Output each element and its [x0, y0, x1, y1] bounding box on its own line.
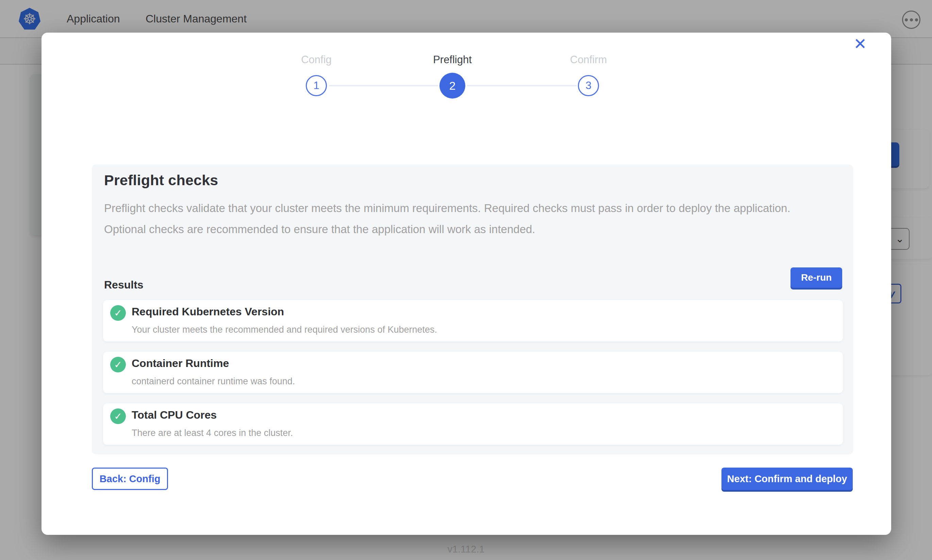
- panel-description: Preflight checks validate that your clus…: [104, 198, 822, 240]
- check-title: Required Kubernetes Version: [132, 306, 284, 318]
- check-pass-icon: ✓: [110, 357, 126, 372]
- check-row-kubernetes-version: ✓ Required Kubernetes Version Your clust…: [103, 300, 843, 342]
- preflight-modal: ✕ Config Preflight Confirm 1 2 3 Preflig…: [42, 32, 891, 535]
- back-button-label: Back: Config: [100, 473, 160, 485]
- step-circle-2[interactable]: 2: [440, 73, 465, 98]
- check-row-container-runtime: ✓ Container Runtime containerd container…: [103, 352, 843, 393]
- preflight-panel: Preflight checks Preflight checks valida…: [92, 165, 853, 454]
- panel-title: Preflight checks: [104, 172, 218, 189]
- step-circle-3[interactable]: 3: [578, 75, 599, 96]
- stepper-connector: [467, 85, 577, 86]
- back-config-button[interactable]: Back: Config: [92, 468, 168, 490]
- screen: ☸ Application Cluster Management 0 ⌄ y v…: [0, 0, 932, 560]
- next-button-label: Next: Confirm and deploy: [727, 473, 847, 485]
- check-pass-icon: ✓: [110, 408, 126, 424]
- check-pass-icon: ✓: [110, 305, 126, 321]
- results-heading: Results: [104, 278, 144, 291]
- check-message: There are at least 4 cores in the cluste…: [132, 428, 293, 438]
- close-icon[interactable]: ✕: [853, 36, 867, 52]
- next-confirm-deploy-button[interactable]: Next: Confirm and deploy: [721, 468, 853, 490]
- check-title: Total CPU Cores: [132, 409, 217, 422]
- check-message: Your cluster meets the recommended and r…: [132, 325, 437, 335]
- step-label-preflight: Preflight: [433, 54, 472, 66]
- check-title: Container Runtime: [132, 357, 229, 370]
- stepper-connector: [329, 85, 438, 86]
- step-label-config: Config: [301, 54, 332, 66]
- step-circle-1[interactable]: 1: [306, 75, 327, 96]
- check-message: containerd container runtime was found.: [132, 376, 295, 387]
- rerun-button-label: Re-run: [801, 272, 832, 283]
- step-label-confirm: Confirm: [570, 54, 607, 66]
- rerun-button[interactable]: Re-run: [790, 268, 842, 288]
- check-row-cpu-cores: ✓ Total CPU Cores There are at least 4 c…: [103, 403, 843, 445]
